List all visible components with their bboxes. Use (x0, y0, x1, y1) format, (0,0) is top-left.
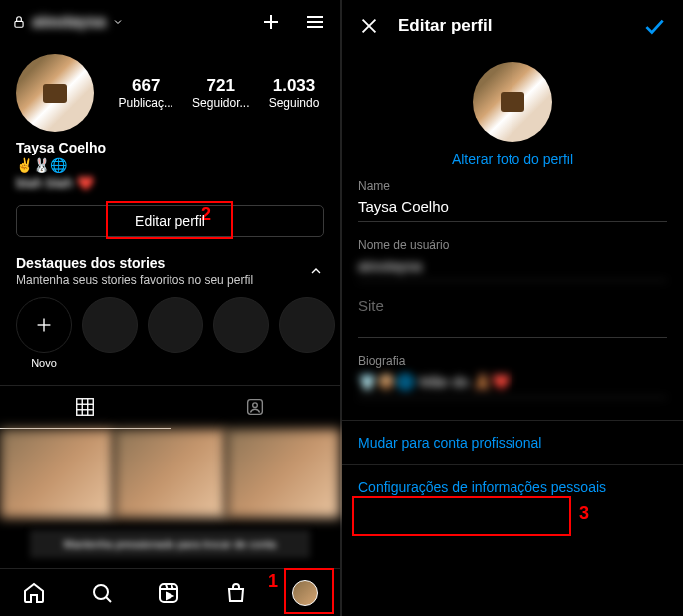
profile-tabs (0, 385, 340, 429)
display-name: Taysa Coelho (16, 140, 324, 155)
profile-avatar[interactable] (16, 54, 94, 132)
edit-top-bar: Editar perfil (342, 0, 683, 52)
highlights-title: Destaques dos stories (16, 255, 253, 271)
highlight-placeholder (148, 297, 203, 369)
change-photo-link[interactable]: Alterar foto do perfil (342, 152, 683, 167)
grid-tab[interactable] (0, 386, 171, 429)
highlight-placeholder (213, 297, 269, 369)
profile-screen: aioutaysa 667 Publicaç... 721 Seguidor..… (0, 0, 342, 616)
highlight-new[interactable]: Novo (16, 297, 72, 369)
highlights-subtitle: Mantenha seus stories favoritos no seu p… (16, 273, 253, 287)
bio-section: Taysa Coelho ✌️🐰🌐 blah blah ❤️ (0, 136, 340, 195)
site-field[interactable]: Site (358, 297, 667, 338)
reels-icon[interactable] (157, 581, 180, 605)
annotation-3: 3 (579, 503, 589, 524)
edit-profile-screen: Editar perfil Alterar foto do perfil Nam… (342, 0, 683, 616)
username-text: aioutaysa (32, 13, 106, 31)
username-header[interactable]: aioutaysa (12, 13, 258, 31)
home-icon[interactable] (22, 581, 46, 605)
profile-form: Name Taysa Coelho Nome de usuário aiouta… (342, 173, 683, 420)
edit-title: Editar perfil (398, 16, 641, 36)
tagged-tab[interactable] (171, 386, 341, 429)
following-stat[interactable]: 1.033 Seguindo (269, 76, 320, 110)
chevron-down-icon (112, 16, 124, 28)
username-field[interactable]: Nome de usuário aioutaysa (358, 238, 667, 281)
chevron-up-icon[interactable] (308, 263, 324, 279)
top-bar: aioutaysa (0, 0, 340, 44)
svg-rect-8 (77, 399, 94, 416)
shop-icon[interactable] (224, 581, 248, 605)
annotation-box-2 (106, 201, 233, 239)
lock-icon (12, 15, 26, 29)
svg-line-16 (106, 597, 111, 602)
create-button[interactable] (258, 9, 284, 35)
bio-text: blah blah ❤️ (16, 175, 324, 191)
profile-stats-row: 667 Publicaç... 721 Seguidor... 1.033 Se… (0, 44, 340, 136)
menu-button[interactable] (302, 9, 328, 35)
edit-avatar[interactable] (473, 62, 552, 142)
annotation-box-3 (352, 496, 571, 536)
account-switch-hint: Mantenha pressionado para trocar de cont… (30, 530, 310, 558)
name-field[interactable]: Name Taysa Coelho (358, 179, 667, 222)
annotation-box-1 (284, 568, 334, 614)
bio-field[interactable]: Biografia 👕📦🌐 Mãe do 🧸❤️ (358, 354, 667, 398)
svg-marker-21 (167, 593, 172, 599)
search-icon[interactable] (90, 581, 114, 605)
annotation-1: 1 (268, 571, 278, 592)
confirm-icon[interactable] (641, 13, 667, 39)
svg-rect-0 (15, 21, 23, 27)
highlight-placeholder (82, 297, 138, 369)
followers-stat[interactable]: 721 Seguidor... (192, 76, 249, 110)
highlights-section: Destaques dos stories Mantenha seus stor… (0, 247, 340, 377)
bio-emojis: ✌️🐰🌐 (16, 157, 324, 173)
switch-pro-link[interactable]: Mudar para conta profissional (342, 421, 683, 464)
highlight-placeholder (279, 297, 335, 369)
svg-point-14 (252, 403, 257, 408)
svg-point-15 (94, 585, 108, 599)
posts-stat[interactable]: 667 Publicaç... (119, 76, 173, 110)
photo-grid[interactable] (0, 429, 340, 518)
close-icon[interactable] (358, 15, 380, 37)
